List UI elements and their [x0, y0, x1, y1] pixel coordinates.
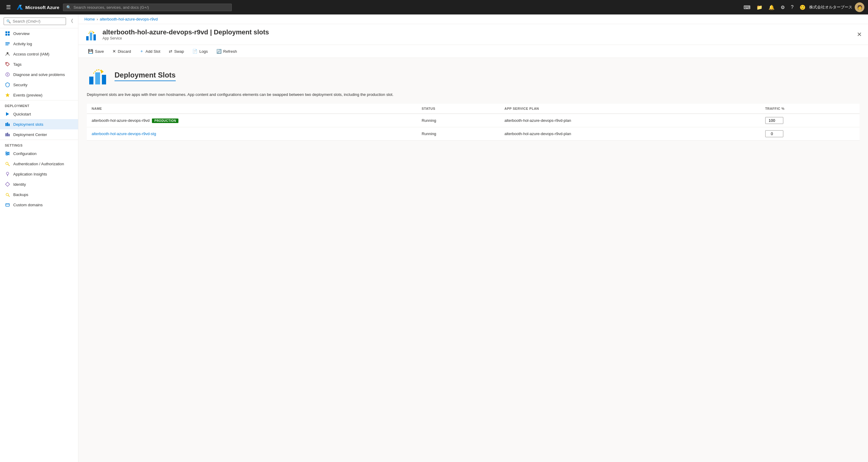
content-body: Deployment Slots Deployment slots are li…	[79, 58, 868, 462]
auth-icon	[5, 161, 10, 167]
breadcrumb-resource[interactable]: alterbooth-hol-azure-devops-r9vd	[100, 17, 158, 21]
svg-rect-3	[8, 31, 10, 33]
svg-rect-16	[5, 123, 7, 126]
svg-rect-8	[5, 45, 8, 45]
description: Deployment slots are live apps with thei…	[87, 92, 418, 98]
deployment-center-icon	[5, 132, 10, 137]
sidebar-search-input[interactable]	[13, 19, 63, 24]
user-menu[interactable]: 株式会社オルターブース 🧑	[809, 2, 864, 12]
discard-label: Discard	[118, 49, 131, 54]
sidebar-item-activity-log[interactable]: Activity log	[0, 38, 78, 49]
sidebar-item-quickstart[interactable]: Quickstart	[0, 109, 78, 119]
sidebar-item-deployment-slots[interactable]: Deployment slots	[0, 119, 78, 129]
col-header-status: STATUS	[417, 104, 500, 114]
save-icon: 💾	[88, 49, 93, 54]
sidebar-item-tags[interactable]: Tags	[0, 59, 78, 69]
page-header-title: alterbooth-hol-azure-devops-r9vd | Deplo…	[102, 28, 269, 40]
appinsights-icon	[5, 171, 10, 177]
page-header: alterbooth-hol-azure-devops-r9vd | Deplo…	[79, 24, 868, 45]
logs-icon: 📄	[192, 49, 197, 54]
deployment-slots-hero: Deployment Slots	[87, 65, 860, 87]
sidebar-item-events[interactable]: Events (preview)	[0, 90, 78, 100]
search-input[interactable]	[73, 5, 228, 10]
swap-label: Swap	[174, 49, 184, 54]
feedback-button[interactable]: 🙂	[797, 3, 808, 12]
sidebar-search-row: 🔍 《	[0, 15, 78, 28]
svg-line-29	[8, 164, 10, 166]
table-row: alterbooth-hol-azure-devops-r9vd-stgRunn…	[87, 127, 860, 140]
sidebar-item-backups[interactable]: Backups	[0, 190, 78, 200]
svg-marker-14	[5, 93, 10, 97]
svg-rect-18	[8, 124, 10, 126]
deployment-slots-table: NAME STATUS APP SERVICE PLAN TRAFFIC % a…	[87, 104, 860, 141]
sidebar-nav: Overview Activity log Access control (IA…	[0, 28, 78, 462]
sidebar-item-identity[interactable]: Identity	[0, 179, 78, 190]
sidebar-item-deployment-center[interactable]: Deployment Center	[0, 129, 78, 140]
hero-icon	[87, 65, 108, 87]
logs-button[interactable]: 📄 Logs	[189, 47, 211, 56]
sidebar-item-appinsights[interactable]: Application Insights	[0, 169, 78, 179]
slot-plan-cell: alterbooth-hol-azure-devops-r9vd-plan	[500, 114, 761, 127]
svg-rect-19	[5, 133, 7, 136]
backups-icon	[5, 192, 10, 197]
identity-label: Identity	[13, 182, 26, 187]
events-label: Events (preview)	[13, 93, 42, 97]
sidebar-search-icon: 🔍	[6, 19, 11, 24]
sidebar-item-auth[interactable]: Authentication / Authorization	[0, 158, 78, 169]
content-area: Home › alterbooth-hol-azure-devops-r9vd …	[79, 15, 868, 462]
topbar-icons: ⌨ 📁 🔔 ⚙ ? 🙂 株式会社オルターブース 🧑	[741, 2, 864, 12]
traffic-input[interactable]	[765, 117, 783, 124]
auth-label: Authentication / Authorization	[13, 162, 64, 166]
page-header-icon	[84, 28, 98, 41]
notifications-button[interactable]: 🔔	[766, 3, 777, 12]
svg-rect-43	[102, 75, 106, 84]
svg-line-34	[8, 195, 10, 197]
user-name: 株式会社オルターブース	[809, 4, 852, 10]
events-icon	[5, 92, 10, 98]
close-button[interactable]: ✕	[857, 31, 862, 38]
sidebar-item-configuration[interactable]: Configuration	[0, 148, 78, 158]
cloud-shell-button[interactable]: ⌨	[741, 3, 753, 12]
breadcrumb: Home › alterbooth-hol-azure-devops-r9vd	[79, 15, 868, 24]
svg-point-33	[6, 193, 8, 196]
sidebar-item-security[interactable]: Security	[0, 80, 78, 90]
sidebar-item-overview[interactable]: Overview	[0, 28, 78, 38]
sidebar-collapse-button[interactable]: 《	[67, 17, 74, 26]
discard-button[interactable]: ✕ Discard	[109, 47, 135, 56]
breadcrumb-home[interactable]: Home	[84, 17, 95, 21]
deployment-slots-icon	[5, 121, 10, 127]
help-button[interactable]: ?	[788, 3, 796, 12]
security-label: Security	[13, 83, 27, 87]
app-service-icon	[84, 28, 98, 41]
traffic-input[interactable]	[765, 130, 783, 137]
appinsights-label: Application Insights	[13, 172, 47, 176]
quickstart-label: Quickstart	[13, 112, 31, 116]
sidebar-item-diagnose[interactable]: Diagnose and solve problems	[0, 69, 78, 80]
page-subtitle: App Service	[102, 36, 269, 40]
iam-icon	[5, 51, 10, 57]
global-search[interactable]: 🔍	[63, 4, 232, 11]
svg-point-27	[6, 154, 7, 155]
page-title: alterbooth-hol-azure-devops-r9vd | Deplo…	[102, 28, 269, 36]
save-button[interactable]: 💾 Save	[84, 47, 107, 56]
hamburger-button[interactable]: ☰	[4, 3, 13, 12]
sidebar-item-custom-domains[interactable]: Custom domains	[0, 200, 78, 210]
directory-button[interactable]: 📁	[754, 3, 765, 12]
settings-button[interactable]: ⚙	[778, 3, 787, 12]
swap-button[interactable]: ⇄ Swap	[165, 47, 188, 56]
svg-point-9	[7, 52, 8, 54]
avatar: 🧑	[855, 2, 864, 12]
slot-name-link[interactable]: alterbooth-hol-azure-devops-r9vd-stg	[92, 132, 156, 136]
deployment-center-label: Deployment Center	[13, 133, 47, 137]
refresh-button[interactable]: 🔄 Refresh	[213, 47, 241, 56]
sidebar-item-access-control[interactable]: Access control (IAM)	[0, 49, 78, 59]
slot-traffic-cell	[761, 114, 860, 127]
add-slot-button[interactable]: ＋ Add Slot	[136, 47, 164, 56]
azure-logo-icon	[17, 4, 23, 10]
deployment-slots-hero-svg	[87, 65, 108, 87]
save-label: Save	[95, 49, 104, 54]
svg-rect-7	[5, 44, 10, 44]
diagnose-icon	[5, 72, 10, 77]
sidebar-search[interactable]: 🔍	[4, 18, 66, 25]
azure-logo-text: Microsoft Azure	[25, 5, 59, 10]
